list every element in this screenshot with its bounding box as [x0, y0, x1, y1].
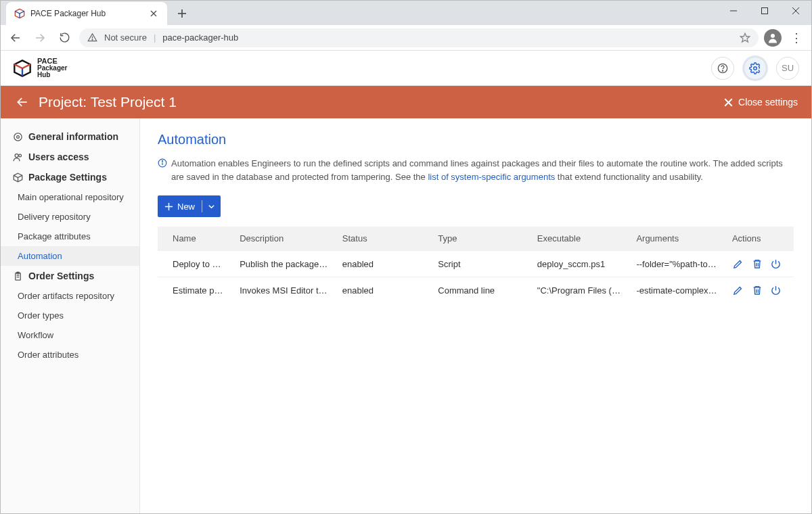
help-button[interactable]	[711, 57, 734, 80]
close-settings-button[interactable]: Close settings	[724, 97, 798, 108]
svg-point-27	[19, 154, 22, 157]
plus-icon	[164, 202, 173, 211]
col-status[interactable]: Status	[336, 227, 432, 251]
edit-icon[interactable]	[732, 284, 744, 296]
automation-table: Name Description Status Type Executable …	[158, 227, 794, 303]
clipboard-icon	[13, 271, 23, 281]
svg-point-15	[771, 34, 775, 38]
sidebar-users-access[interactable]: Users access	[1, 147, 139, 167]
new-button[interactable]: New	[158, 195, 221, 217]
info-after: that extend functionality and usability.	[555, 172, 703, 182]
nav-back-button[interactable]	[6, 28, 25, 47]
row-actions	[732, 284, 787, 296]
main-content: Automation Automation enables Engineers …	[140, 118, 811, 513]
browser-menu-button[interactable]: ⋮	[787, 30, 806, 45]
window-close-button[interactable]	[780, 1, 811, 21]
info-text: Automation enables Engineers to run the …	[158, 157, 794, 183]
svg-point-20	[754, 66, 757, 70]
col-executable[interactable]: Executable	[531, 227, 630, 251]
cell-name: Deploy to SCCM	[158, 251, 233, 277]
tab-close-icon[interactable]	[148, 8, 159, 19]
svg-point-26	[15, 154, 18, 157]
app-logo-text: PACE Packager Hub	[37, 57, 67, 78]
close-icon	[724, 98, 733, 107]
cell-executable: deploy_sccm.ps1	[531, 251, 630, 277]
cell-status: enabled	[336, 277, 432, 304]
svg-point-19	[722, 70, 723, 71]
nav-reload-button[interactable]	[55, 28, 74, 47]
table-row[interactable]: Estimate packag… Invokes MSI Editor to g…	[158, 277, 794, 304]
sidebar-package-settings[interactable]: Package Settings	[1, 167, 139, 187]
svg-point-13	[92, 39, 93, 40]
svg-point-24	[17, 135, 20, 138]
cell-executable: "C:\Program Files (x86)\P…	[531, 277, 630, 304]
col-description[interactable]: Description	[233, 227, 336, 251]
user-icon	[13, 152, 23, 162]
cell-arguments: -estimate-complexity %a…	[629, 277, 725, 304]
sidebar-item-delivery-repo[interactable]: Delivery repository	[1, 207, 139, 227]
power-icon[interactable]	[770, 258, 782, 270]
new-button-label: New	[177, 202, 195, 212]
close-settings-label: Close settings	[738, 97, 798, 108]
app-header: PACE Packager Hub SU	[1, 51, 811, 86]
app-logo-icon	[13, 59, 32, 78]
browser-tab-title: PACE Packager Hub	[30, 9, 143, 18]
insecure-warning-icon	[87, 32, 97, 43]
new-tab-button[interactable]	[173, 4, 191, 23]
sidebar-item-order-artifacts[interactable]: Order artifacts repository	[1, 286, 139, 306]
cell-type: Command line	[431, 277, 531, 304]
sidebar-item-workflow[interactable]: Workflow	[1, 325, 139, 345]
url-text: pace-packager-hub	[162, 32, 238, 43]
favicon-cube-icon	[14, 8, 25, 19]
sidebar-item-main-repo[interactable]: Main operational repository	[1, 187, 139, 207]
info-link[interactable]: list of system-specific arguments	[428, 172, 555, 182]
window-maximize-button[interactable]	[749, 1, 780, 21]
svg-point-36	[162, 161, 162, 162]
sidebar-general-info[interactable]: General information	[1, 126, 139, 147]
col-arguments[interactable]: Arguments	[629, 227, 725, 251]
col-type[interactable]: Type	[431, 227, 531, 251]
delete-icon[interactable]	[751, 258, 763, 270]
address-bar[interactable]: Not secure | pace-packager-hub	[79, 28, 759, 47]
browser-toolbar: Not secure | pace-packager-hub ⋮	[1, 25, 811, 51]
bookmark-star-icon[interactable]	[740, 32, 750, 43]
sidebar-item-package-attributes[interactable]: Package attributes	[1, 227, 139, 246]
sidebar-order-settings[interactable]: Order Settings	[1, 266, 139, 286]
power-icon[interactable]	[770, 284, 782, 296]
table-row[interactable]: Deploy to SCCM Publish the package to … …	[158, 251, 794, 277]
svg-marker-14	[740, 33, 749, 42]
user-avatar-button[interactable]: SU	[776, 57, 799, 80]
cell-status: enabled	[336, 251, 432, 277]
sidebar-section-label: Package Settings	[28, 172, 107, 183]
edit-icon[interactable]	[732, 258, 744, 270]
new-button-dropdown[interactable]	[202, 195, 221, 217]
logo-line-3: Hub	[37, 72, 67, 78]
project-banner: Project: Test Project 1 Close settings	[1, 86, 811, 118]
sidebar-item-order-attributes[interactable]: Order attributes	[1, 345, 139, 365]
chevron-down-icon	[208, 203, 215, 210]
cell-description: Invokes MSI Editor to ge…	[233, 277, 336, 304]
package-icon	[13, 172, 23, 183]
omnibox-separator: |	[154, 32, 156, 43]
info-icon	[158, 158, 167, 168]
window-minimize-button[interactable]	[718, 1, 749, 21]
sidebar-section-label: Users access	[28, 151, 89, 162]
banner-back-button[interactable]	[14, 94, 30, 110]
sidebar-item-order-types[interactable]: Order types	[1, 306, 139, 325]
sidebar-item-automation[interactable]: Automation	[1, 246, 139, 266]
sidebar-section-label: Order Settings	[28, 271, 94, 281]
gear-icon	[13, 132, 23, 142]
svg-point-25	[14, 133, 22, 140]
info-body: Automation enables Engineers to run the …	[171, 157, 794, 183]
delete-icon[interactable]	[751, 284, 763, 296]
banner-title: Project: Test Project 1	[39, 94, 177, 110]
new-button-main[interactable]: New	[158, 195, 202, 217]
browser-tab[interactable]: PACE Packager Hub	[6, 2, 167, 25]
cell-description: Publish the package to …	[233, 251, 336, 277]
cell-name: Estimate packag…	[158, 277, 233, 304]
profile-avatar-icon[interactable]	[764, 29, 782, 47]
cell-arguments: --folder="%path-to-outp…	[629, 251, 725, 277]
nav-forward-button[interactable]	[30, 28, 49, 47]
settings-gear-button[interactable]	[744, 57, 767, 80]
col-name[interactable]: Name	[158, 227, 233, 251]
